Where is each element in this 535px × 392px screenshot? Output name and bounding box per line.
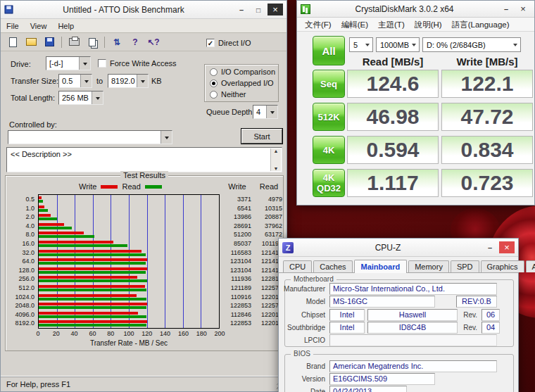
- controlled-by-combo[interactable]: [8, 130, 172, 144]
- cdm-512k-button[interactable]: 512K: [313, 103, 345, 131]
- write-value: 28691: [221, 222, 253, 231]
- cdm-4kqd32-button[interactable]: 4K QD32: [313, 169, 345, 197]
- force-write-label: Force Write Access: [110, 59, 177, 68]
- cdm-seq-write-value: 122.1: [441, 70, 533, 98]
- direct-io-label: Direct I/O: [218, 39, 251, 47]
- context-help-icon: ↖?: [147, 37, 159, 47]
- cdm-window: CrystalDiskMark 3.0.2 x64 文件(F) 編輯(E) 主題…: [296, 0, 535, 206]
- manufacturer-field: Micro-Star International Co., Ltd.: [329, 283, 497, 295]
- read-bar: [39, 217, 57, 220]
- atto-chart-plot: [38, 194, 220, 329]
- cdm-menu-language[interactable]: 語言(Language): [447, 18, 515, 32]
- cpuz-titlebar[interactable]: CPU-Z: [279, 239, 518, 257]
- write-bar: [39, 223, 64, 226]
- atto-col-write: 3371654113986286915120085037116583123104…: [221, 195, 253, 328]
- cdm-menu-file[interactable]: 文件(F): [300, 18, 336, 32]
- version-label: Version: [282, 375, 325, 383]
- save-button[interactable]: [42, 35, 57, 49]
- cdm-minimize-button[interactable]: [498, 3, 514, 15]
- x-tick-label: 80: [107, 330, 114, 337]
- cdm-all-button[interactable]: All: [313, 36, 345, 65]
- cdm-menubar: 文件(F) 編輯(E) 主題(T) 說明(H) 語言(Language): [297, 18, 534, 32]
- lpcio-label: LPCIO: [282, 336, 325, 344]
- read-bar: [39, 306, 146, 309]
- atto-minimize-button[interactable]: [234, 4, 249, 15]
- chart-row: [39, 319, 219, 328]
- copy-button[interactable]: [84, 35, 100, 49]
- up-down-arrows-icon: ⇅: [113, 37, 120, 47]
- cdm-test-count-value: 5: [353, 41, 358, 49]
- cdm-menu-edit[interactable]: 編輯(E): [336, 18, 373, 32]
- drive-combo[interactable]: [-d-]: [46, 56, 91, 70]
- neither-radio[interactable]: Neither: [210, 90, 246, 99]
- x-tick-label: 160: [178, 330, 189, 337]
- queue-depth-combo[interactable]: 4: [253, 105, 278, 119]
- southbridge-vendor-field: Intel: [329, 322, 365, 334]
- write-value: 85037: [221, 239, 253, 248]
- cdm-seq-button[interactable]: Seq: [313, 70, 345, 98]
- print-button[interactable]: [66, 35, 82, 49]
- cpuz-close-button[interactable]: [499, 241, 515, 253]
- cdm-test-count-combo[interactable]: 5: [349, 37, 373, 52]
- y-tick-label: 32.0: [7, 248, 37, 258]
- chart-row: [39, 248, 219, 258]
- date-field: 04/24/2013: [329, 386, 407, 392]
- cdm-write-header: Write [MB/s]: [441, 56, 533, 68]
- menu-view[interactable]: View: [25, 19, 53, 33]
- menu-help[interactable]: Help: [52, 19, 80, 33]
- total-length-combo[interactable]: 256 MB: [58, 91, 103, 105]
- atto-titlebar[interactable]: Untitled - ATTO Disk Benchmark: [1, 1, 287, 19]
- help-button[interactable]: ?: [127, 35, 143, 49]
- cdm-caption-buttons: [498, 3, 531, 15]
- cdm-titlebar[interactable]: CrystalDiskMark 3.0.2 x64: [297, 1, 534, 18]
- transfer-button[interactable]: ⇅: [109, 35, 125, 49]
- cdm-menu-help[interactable]: 說明(H): [410, 18, 447, 32]
- force-write-checkbox[interactable]: Force Write Access: [98, 59, 177, 68]
- cdm-test-size-value: 1000MB: [380, 41, 409, 49]
- tab-cpu[interactable]: CPU: [283, 260, 312, 272]
- atto-close-button[interactable]: [268, 4, 283, 15]
- tab-caches[interactable]: Caches: [313, 260, 352, 272]
- chart-row: [39, 222, 219, 231]
- copy-icon: [89, 38, 96, 46]
- motherboard-group-label: Motherboard: [291, 275, 336, 283]
- description-scrollbar[interactable]: ▲ ▼: [270, 148, 281, 171]
- cdm-menu-theme[interactable]: 主題(T): [373, 18, 410, 32]
- direct-io-checkbox[interactable]: Direct I/O: [206, 39, 251, 47]
- drive-value: [-d-]: [49, 59, 63, 68]
- cdm-4k-button[interactable]: 4K: [313, 136, 345, 164]
- read-bar: [39, 324, 146, 327]
- cdm-drive-combo[interactable]: D: 0% (2/684GB): [422, 37, 521, 52]
- write-value: 123104: [221, 257, 253, 266]
- overlapped-io-radio[interactable]: Overlapped I/O: [210, 79, 274, 87]
- x-tick-label: 60: [89, 330, 96, 337]
- tab-spd[interactable]: SPD: [451, 260, 479, 272]
- cdm-test-size-combo[interactable]: 1000MB: [376, 37, 420, 52]
- chart-row: [39, 239, 219, 248]
- y-tick-label: 1.0: [7, 204, 37, 213]
- transfer-size-label: Transfer Size:: [11, 77, 58, 85]
- new-button[interactable]: [5, 35, 20, 49]
- io-comparison-radio[interactable]: I/O Comparison: [210, 68, 275, 76]
- open-button[interactable]: [23, 35, 39, 49]
- chart-row: [39, 293, 219, 302]
- transfer-to-combo[interactable]: 8192.0: [108, 74, 149, 88]
- tab-mainboard[interactable]: Mainboard: [354, 260, 408, 273]
- chipset-vendor-field: Intel: [329, 309, 365, 321]
- start-button[interactable]: Start: [241, 129, 282, 144]
- close-icon: [520, 4, 526, 14]
- tab-about[interactable]: About: [526, 260, 535, 272]
- tab-graphics[interactable]: Graphics: [481, 260, 524, 272]
- context-help-button[interactable]: ↖?: [146, 35, 161, 49]
- close-icon: [272, 4, 278, 15]
- queue-depth-value: 4: [256, 108, 260, 116]
- legend-read-label: Read: [122, 182, 140, 191]
- atto-maximize-button[interactable]: [251, 4, 266, 15]
- description-box[interactable]: << Description >> ▲ ▼: [6, 147, 282, 172]
- menu-file[interactable]: File: [1, 19, 25, 33]
- cpuz-minimize-button[interactable]: [482, 241, 498, 253]
- transfer-from-combo[interactable]: 0.5: [58, 74, 92, 88]
- tab-memory[interactable]: Memory: [408, 260, 449, 272]
- bios-group-label: BIOS: [291, 350, 313, 358]
- cdm-close-button[interactable]: [515, 3, 531, 15]
